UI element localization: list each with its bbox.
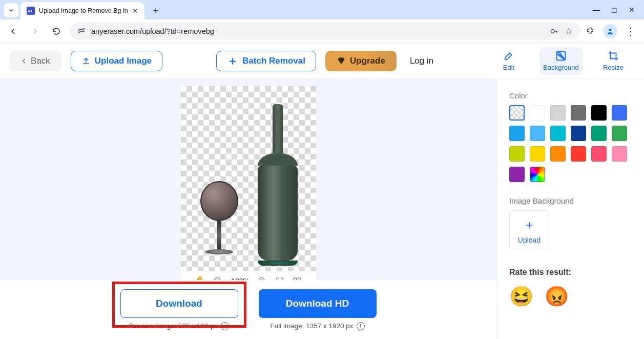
upload-image-button[interactable]: Upload Image xyxy=(71,51,162,71)
profile-avatar-icon[interactable] xyxy=(603,24,617,38)
background-icon xyxy=(555,50,567,62)
tabs-dropdown-button[interactable] xyxy=(4,3,18,17)
window-maximize-button[interactable]: ◻ xyxy=(611,6,617,14)
upgrade-label: Upgrade xyxy=(350,56,385,66)
preview-dimensions: Preview image: 565 x 800 px i xyxy=(129,322,229,330)
color-swatch[interactable] xyxy=(530,105,545,121)
color-swatch[interactable] xyxy=(509,105,525,121)
full-dimensions: Full image: 1357 x 1920 px ! xyxy=(270,322,364,330)
color-swatch[interactable] xyxy=(571,105,586,121)
color-swatch[interactable] xyxy=(530,167,545,182)
download-button[interactable]: Download xyxy=(120,289,238,318)
download-bar: Download Preview image: 565 x 800 px i D… xyxy=(0,280,496,339)
color-section-label: Color xyxy=(509,91,632,100)
tab-resize-label: Resize xyxy=(603,64,624,71)
arrow-right-icon xyxy=(30,27,39,36)
image-bg-label: Image Background xyxy=(509,196,632,205)
active-tab[interactable]: AE Upload Image to Remove Bg in ✕ xyxy=(20,2,144,19)
site-settings-icon[interactable] xyxy=(77,27,86,36)
color-swatch[interactable] xyxy=(550,126,566,141)
download-hd-button[interactable]: Download HD xyxy=(259,289,377,318)
browser-tabstrip: AE Upload Image to Remove Bg in ✕ ＋ ― ◻ … xyxy=(0,0,644,19)
svg-point-4 xyxy=(551,29,554,33)
color-swatch[interactable] xyxy=(612,146,627,162)
svg-point-2 xyxy=(83,28,85,30)
rate-bad-emoji[interactable]: 😡 xyxy=(545,285,569,308)
reload-icon xyxy=(52,27,61,36)
color-swatch[interactable] xyxy=(612,105,627,121)
color-swatch[interactable] xyxy=(591,105,607,121)
url-text: anyeraser.com/upload/?td=removebg xyxy=(91,27,544,35)
chevron-left-icon xyxy=(20,57,28,65)
close-tab-icon[interactable]: ✕ xyxy=(132,7,138,15)
crop-icon xyxy=(608,50,619,62)
rating-emojis: 😆 😡 xyxy=(509,285,632,308)
rate-good-emoji[interactable]: 😆 xyxy=(509,285,533,308)
diamond-icon xyxy=(337,56,346,66)
address-bar[interactable]: anyeraser.com/upload/?td=removebg ☆ xyxy=(70,23,580,40)
wine-glass-object xyxy=(196,181,242,266)
window-close-button[interactable]: ✕ xyxy=(629,6,635,14)
favicon-icon: AE xyxy=(27,7,35,15)
full-dimensions-text: Full image: 1357 x 1920 px xyxy=(270,322,353,330)
nav-forward-button[interactable] xyxy=(27,23,43,39)
color-swatch[interactable] xyxy=(591,126,607,141)
nav-back-button[interactable] xyxy=(5,23,22,39)
tab-background-label: Background xyxy=(543,64,578,71)
tab-edit[interactable]: Edit xyxy=(487,47,530,75)
nav-reload-button[interactable] xyxy=(48,23,65,39)
rate-label: Rate this result: xyxy=(509,268,632,277)
window-minimize-button[interactable]: ― xyxy=(593,6,600,14)
upgrade-button[interactable]: Upgrade xyxy=(325,51,397,71)
password-key-icon[interactable] xyxy=(549,26,559,36)
color-swatch[interactable] xyxy=(571,146,586,162)
info-icon[interactable]: ! xyxy=(357,322,365,330)
color-swatch[interactable] xyxy=(550,105,566,121)
bottle-object xyxy=(255,104,301,266)
download-label: Download xyxy=(156,298,202,309)
svg-point-3 xyxy=(78,30,80,32)
browser-menu-icon[interactable]: ⋮ xyxy=(626,25,636,37)
color-swatch[interactable] xyxy=(530,126,545,141)
color-swatch[interactable] xyxy=(550,146,566,162)
color-swatch[interactable] xyxy=(571,126,586,141)
upload-icon xyxy=(81,56,91,66)
back-button[interactable]: Back xyxy=(9,51,61,71)
image-canvas[interactable] xyxy=(181,86,316,271)
svg-point-5 xyxy=(609,28,611,31)
plus-icon: ＋ xyxy=(523,216,535,233)
app-toolbar: Back Upload Image ＋ Batch Removal Upgrad… xyxy=(0,43,644,79)
browser-nav-bar: anyeraser.com/upload/?td=removebg ☆ ⋮ xyxy=(0,19,644,43)
color-swatch[interactable] xyxy=(509,146,525,162)
tab-background[interactable]: Background xyxy=(539,47,583,75)
new-tab-button[interactable]: ＋ xyxy=(149,3,163,17)
upload-image-label: Upload Image xyxy=(95,56,152,66)
color-swatches xyxy=(509,105,632,182)
download-hd-label: Download HD xyxy=(286,298,349,309)
svg-rect-0 xyxy=(78,29,83,30)
color-swatch[interactable] xyxy=(612,126,627,141)
tab-edit-label: Edit xyxy=(503,64,514,71)
batch-removal-label: Batch Removal xyxy=(242,56,305,66)
back-label: Back xyxy=(31,56,50,66)
info-icon[interactable]: i xyxy=(221,322,229,330)
arrow-left-icon xyxy=(9,27,18,36)
tab-title: Upload Image to Remove Bg in xyxy=(39,7,128,14)
canvas-area: ✋ 100% Download Preview image: 565 x 800… xyxy=(0,79,496,339)
bookmark-star-icon[interactable]: ☆ xyxy=(565,25,573,37)
svg-rect-1 xyxy=(80,31,85,32)
plus-icon: ＋ xyxy=(227,53,238,69)
preview-dimensions-text: Preview image: 565 x 800 px xyxy=(129,322,218,330)
background-panel: Color Image Background ＋ Upload Rate thi… xyxy=(496,79,644,339)
color-swatch[interactable] xyxy=(591,146,607,162)
color-swatch[interactable] xyxy=(509,167,525,182)
upload-bg-button[interactable]: ＋ Upload xyxy=(509,210,549,250)
color-swatch[interactable] xyxy=(509,126,525,141)
chevron-down-icon xyxy=(8,7,15,14)
batch-removal-button[interactable]: ＋ Batch Removal xyxy=(216,51,316,71)
edit-icon xyxy=(503,50,514,62)
login-link[interactable]: Log in xyxy=(410,56,433,66)
color-swatch[interactable] xyxy=(530,146,545,162)
tab-resize[interactable]: Resize xyxy=(592,47,635,75)
extensions-icon[interactable] xyxy=(586,27,595,36)
